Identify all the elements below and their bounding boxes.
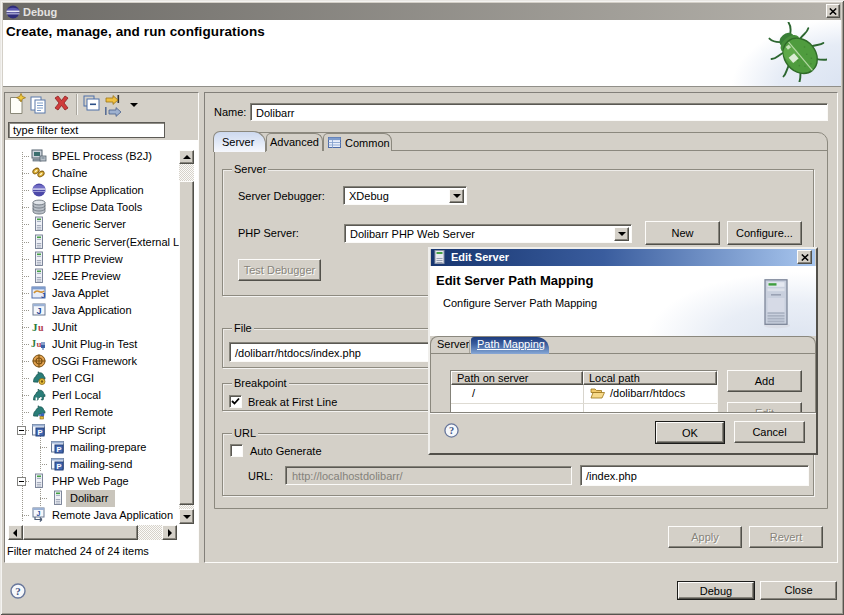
svg-text:J: J — [37, 510, 41, 517]
svg-text:?: ? — [15, 585, 21, 597]
svg-text:P: P — [56, 462, 61, 471]
svg-text:?: ? — [449, 425, 454, 436]
svg-text:u: u — [37, 339, 42, 349]
svg-text:u: u — [38, 322, 44, 333]
svg-text:P: P — [37, 428, 42, 437]
svg-text:J: J — [31, 338, 36, 349]
svg-text:J: J — [41, 291, 45, 300]
svg-text:J: J — [36, 306, 41, 316]
svg-text:P: P — [56, 445, 61, 454]
